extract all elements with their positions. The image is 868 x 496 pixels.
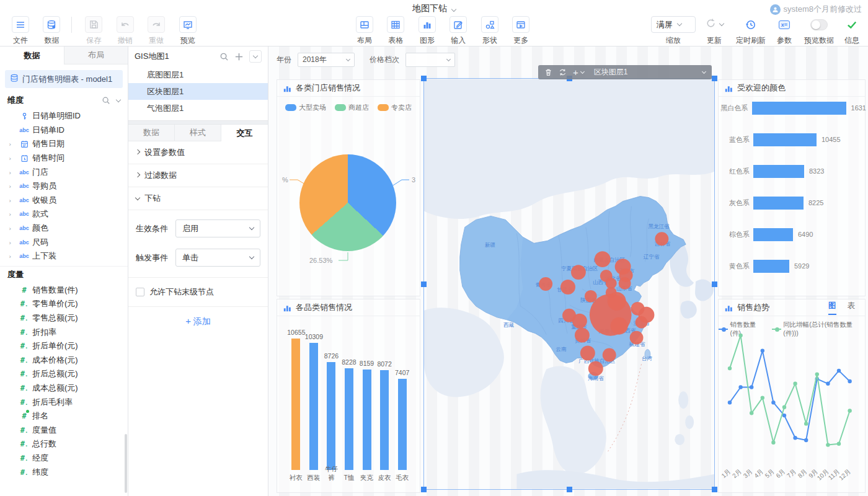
section-filter-data[interactable]: 过滤数据 (128, 164, 268, 187)
chart-button[interactable]: 图形 (413, 16, 441, 46)
hbar[interactable] (753, 260, 789, 273)
allow-drill-leaf-checkbox[interactable] (136, 288, 144, 296)
trend-tab-chart[interactable]: 图 (828, 301, 836, 315)
undo-button[interactable]: 撤销 (111, 16, 140, 46)
dimension-item[interactable]: ›abc导购员 (0, 179, 128, 193)
dimension-item[interactable]: ›abc上下装 (0, 249, 128, 264)
add-layer-icon[interactable] (234, 52, 244, 61)
measure-item[interactable]: #.零售总额(元) (0, 311, 128, 326)
drill-condition-select[interactable]: 启用 (175, 219, 260, 237)
dimension-collapse-icon[interactable] (116, 97, 121, 102)
map-bubble[interactable] (571, 265, 586, 280)
resize-handle-sw[interactable] (421, 487, 427, 492)
measure-item[interactable]: #排名 (0, 409, 128, 423)
bar[interactable]: 8159夹克 (363, 370, 371, 470)
dimension-item[interactable]: abc日销单ID (0, 123, 128, 138)
popular-colors-card[interactable]: 受欢迎的颜色 黑白色系1631蓝色系10455红色系8323灰色系8225棕色系… (718, 79, 866, 296)
delete-layer-icon[interactable] (544, 68, 552, 76)
table-button[interactable]: 表格 (381, 16, 410, 46)
model-selector[interactable]: 门店销售明细表 - model1 (5, 70, 123, 88)
map-bubble[interactable] (588, 361, 603, 376)
params-button[interactable]: x= 参数 (770, 16, 799, 46)
hbar-row[interactable]: 蓝色系10455 (719, 133, 866, 146)
map-bubble[interactable] (630, 331, 644, 345)
dimension-item[interactable]: ›abc门店 (0, 165, 128, 179)
layer-item[interactable]: 区块图层1 (128, 83, 268, 100)
map-bubble[interactable] (608, 292, 626, 311)
hbar[interactable] (753, 197, 804, 210)
info-button[interactable]: 信息 (839, 16, 864, 46)
measure-item[interactable]: #.总行数 (0, 437, 128, 451)
dimension-item[interactable]: ›abc尺码 (0, 235, 128, 249)
dimension-item[interactable]: ›销售时间 (0, 151, 128, 166)
measure-item[interactable]: #销售数量(件) (0, 283, 128, 298)
dimension-search-icon[interactable] (102, 96, 110, 105)
hbar-row[interactable]: 红色系8323 (719, 164, 866, 178)
sidebar-scrollbar[interactable] (125, 434, 127, 493)
store-type-pie-card[interactable]: 各类门店销售情况 大型卖场商超店专卖店 % 3 26.53% (277, 79, 420, 296)
expand-chevron-icon[interactable]: › (9, 141, 16, 148)
sales-trend-card[interactable]: 销售趋势 图 表 销售数量(件)同比增幅(总计(销售数量(件))) 1月2月3月… (718, 299, 866, 493)
measure-item[interactable]: #.零售单价(元) (0, 297, 128, 311)
expand-chevron-icon[interactable]: › (9, 183, 16, 190)
shape-button[interactable]: 形状 (476, 16, 504, 46)
legend-item[interactable]: 大型卖场 (285, 103, 326, 112)
update-chevron-icon[interactable] (719, 21, 724, 26)
trend-line-chart[interactable]: 1月2月3月4月5月6月7月8月9月10月11月12月 (721, 329, 862, 489)
hbar-row[interactable]: 灰色系8225 (719, 196, 866, 210)
pie-chart[interactable] (299, 154, 396, 251)
drill-event-select[interactable]: 单击 (175, 249, 260, 267)
auto-refresh-button[interactable]: 定时刷新 (732, 16, 770, 46)
expand-chevron-icon[interactable]: › (9, 239, 16, 246)
bar[interactable]: 8228T恤 (345, 368, 353, 470)
hbar-row[interactable]: 黄色系5929 (719, 259, 866, 273)
expand-chevron-icon[interactable]: › (9, 155, 16, 162)
map-bubble[interactable] (636, 316, 648, 329)
active-layer-name[interactable]: 区块图层1 (590, 67, 696, 78)
china-map[interactable]: 新疆西藏青海省甘肃省宁夏回族自治区内蒙古自治区黑龙江省吉林省辽宁省山西省河北省天… (424, 79, 714, 489)
map-bubble[interactable] (560, 280, 575, 294)
legend-item[interactable]: 商超店 (335, 103, 369, 112)
redo-button[interactable]: 重做 (142, 16, 170, 46)
measure-item[interactable]: #.度量值 (0, 423, 128, 437)
bar[interactable]: 10655衬衣 (291, 339, 300, 470)
file-button[interactable]: 文件 (6, 16, 35, 46)
hbar[interactable] (753, 165, 804, 178)
measure-item[interactable]: #.折后单价(元) (0, 339, 128, 353)
layer-item[interactable]: 底图图层1 (128, 66, 268, 83)
year-filter-select[interactable]: 2018年 (298, 53, 355, 67)
map-bubble[interactable] (595, 251, 611, 267)
measure-item[interactable]: #.成本总额(元) (0, 381, 128, 396)
layout-button[interactable]: 布局 (350, 16, 379, 46)
bar[interactable]: 8072皮衣 (380, 370, 389, 470)
collapse-panel-button[interactable] (249, 50, 262, 63)
legend-item[interactable]: 专卖店 (378, 103, 412, 112)
category-bar-card[interactable]: 各品类销售情况 10655衬衣10309西装8726牛仔裤8228T恤8159夹… (277, 299, 420, 493)
save-button[interactable]: 保存 (79, 16, 108, 46)
dimension-item[interactable]: ›abc颜色 (0, 221, 128, 236)
layer-search-icon[interactable] (219, 52, 229, 61)
update-button[interactable]: 更新 (697, 16, 732, 46)
layer-item[interactable]: 气泡图层1 (128, 100, 268, 117)
measure-item[interactable]: #.纬度 (0, 465, 128, 479)
map-bubble[interactable] (539, 277, 552, 291)
tab-data[interactable]: 数据 (0, 46, 64, 64)
trend-tab-table[interactable]: 表 (848, 301, 856, 315)
expand-chevron-icon[interactable]: › (9, 253, 16, 260)
data-button[interactable]: 数据 (37, 16, 66, 46)
measure-item[interactable]: #.折扣率 (0, 325, 128, 339)
expand-chevron-icon[interactable]: › (9, 225, 16, 232)
preview-data-toggle[interactable] (810, 19, 828, 30)
dashboard-title[interactable]: 地图下钻 (0, 3, 868, 14)
hbar[interactable] (752, 102, 846, 115)
hbar[interactable] (753, 228, 793, 241)
dashboard-canvas[interactable]: 年份 2018年 价格档次 各类门店销售情况 大型卖场商超店专卖店 % 3 26… (268, 46, 868, 496)
preview-button[interactable]: 预览 (174, 16, 202, 46)
hbar-row[interactable]: 黑白色系1631 (719, 101, 866, 115)
measure-item[interactable]: #.经度 (0, 451, 128, 466)
resize-handle-nw[interactable] (421, 76, 427, 81)
hbar-row[interactable]: 棕色系6490 (719, 228, 866, 241)
resize-handle-se[interactable] (712, 487, 717, 492)
section-drill[interactable]: 下钻 (128, 187, 268, 210)
bar[interactable]: 10309西装 (309, 343, 318, 470)
